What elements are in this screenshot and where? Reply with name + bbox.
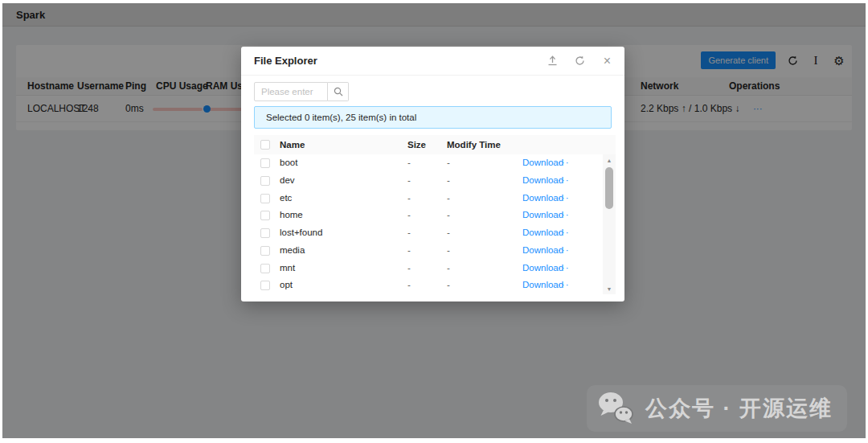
file-size: -: [407, 277, 411, 294]
col-modify-time: Modify Time: [447, 135, 501, 154]
file-table-body: boot - - Download ··· dev - - Download ·…: [254, 154, 603, 294]
file-row: lost+found - - Download ···: [254, 224, 603, 242]
file-row: mnt - - Download ···: [254, 260, 603, 277]
watermark-text: 公众号 · 开源运维: [645, 394, 833, 423]
selection-info-text: Selected 0 item(s), 25 item(s) in total: [266, 113, 416, 122]
file-name: etc: [280, 190, 292, 207]
file-size: -: [407, 207, 411, 224]
file-row: home - - Download ···: [254, 207, 603, 224]
scrollbar: ▲ ▼: [603, 154, 616, 294]
row-checkbox[interactable]: [260, 176, 270, 186]
file-modify-time: -: [447, 207, 450, 224]
file-row: dev - - Download ···: [254, 172, 603, 190]
file-size: -: [407, 154, 411, 172]
file-size: -: [407, 260, 411, 277]
file-row: etc - - Download ···: [254, 190, 603, 207]
file-table: Name Size Modify Time boot - - Download …: [254, 135, 616, 294]
file-modify-time: -: [447, 277, 450, 294]
search-button[interactable]: [328, 82, 349, 101]
row-more-dots[interactable]: ···: [558, 190, 570, 207]
file-modify-time: -: [447, 224, 450, 242]
row-more-dots[interactable]: ···: [558, 242, 570, 260]
row-checkbox[interactable]: [260, 194, 270, 203]
watermark: 公众号 · 开源运维: [587, 385, 847, 432]
file-modify-time: -: [447, 190, 450, 207]
modal-actions: ×: [547, 55, 613, 67]
scrollbar-down-arrow[interactable]: ▼: [603, 283, 616, 294]
col-name: Name: [280, 135, 305, 154]
modal-header: File Explorer ×: [241, 47, 624, 76]
row-checkbox[interactable]: [260, 264, 270, 273]
row-checkbox[interactable]: [260, 246, 270, 256]
row-checkbox[interactable]: [260, 228, 270, 238]
col-size: Size: [407, 135, 426, 154]
file-size: -: [407, 172, 411, 190]
row-checkbox[interactable]: [260, 158, 270, 168]
file-name: lost+found: [280, 224, 322, 242]
row-checkbox[interactable]: [260, 211, 270, 220]
search-input[interactable]: [254, 82, 328, 101]
file-row: boot - - Download ···: [254, 154, 603, 172]
file-name: opt: [280, 277, 293, 294]
close-icon[interactable]: ×: [601, 55, 613, 67]
reload-icon[interactable]: [574, 55, 586, 67]
row-more-dots[interactable]: ···: [558, 277, 570, 294]
scrollbar-thumb[interactable]: [605, 167, 613, 209]
upload-icon[interactable]: [547, 55, 559, 67]
search-row: [254, 82, 612, 101]
select-all-checkbox[interactable]: [260, 140, 270, 150]
file-size: -: [407, 242, 411, 260]
file-name: boot: [280, 154, 297, 172]
file-row: media - - Download ···: [254, 242, 603, 260]
row-more-dots[interactable]: ···: [558, 224, 570, 242]
modal-body: Selected 0 item(s), 25 item(s) in total …: [241, 76, 624, 294]
file-size: -: [407, 190, 411, 207]
file-name: home: [280, 207, 303, 224]
file-table-header: Name Size Modify Time: [254, 135, 616, 154]
file-modify-time: -: [447, 242, 450, 260]
file-name: mnt: [280, 260, 295, 277]
file-explorer-modal: File Explorer × Selected 0 item(s), 25 i…: [241, 47, 624, 301]
row-more-dots[interactable]: ···: [558, 260, 570, 277]
row-more-dots[interactable]: ···: [558, 172, 570, 190]
search-icon: [334, 87, 343, 96]
file-modify-time: -: [447, 154, 450, 172]
file-name: dev: [280, 172, 295, 190]
row-checkbox[interactable]: [260, 281, 270, 290]
file-row: opt - - Download ···: [254, 277, 603, 294]
scrollbar-up-arrow[interactable]: ▲: [603, 154, 616, 166]
row-more-dots[interactable]: ···: [558, 207, 570, 224]
modal-title: File Explorer: [254, 55, 317, 67]
row-more-dots[interactable]: ···: [558, 154, 570, 172]
file-modify-time: -: [447, 260, 450, 277]
file-size: -: [407, 224, 411, 242]
screen: Spark Generate client I ⚙ Hostname Usern…: [0, 0, 868, 443]
wechat-icon: [596, 391, 635, 426]
selection-info-alert: Selected 0 item(s), 25 item(s) in total: [254, 106, 612, 129]
file-name: media: [280, 242, 305, 260]
file-modify-time: -: [447, 172, 450, 190]
